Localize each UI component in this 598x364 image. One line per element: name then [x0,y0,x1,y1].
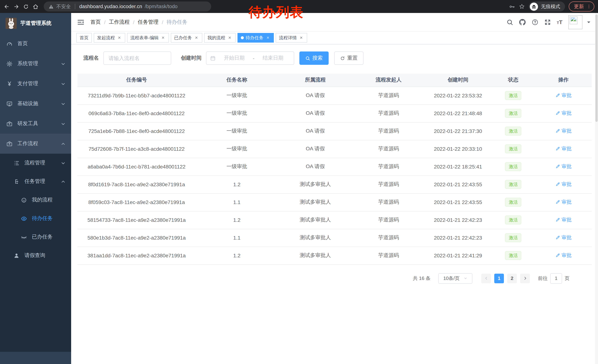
tab-close-icon[interactable]: × [227,35,232,40]
fullscreen-icon[interactable] [544,19,551,25]
sidebar-item-leave-query[interactable]: 请假查询 [0,246,71,265]
process-name-input[interactable] [103,51,171,65]
text-size-icon[interactable]: TT [557,19,562,25]
url-path: /bpm/task/todo [145,4,177,9]
approve-link-label: 审批 [562,110,572,117]
page-button-2[interactable]: 2 [507,274,517,283]
breadcrumb-workflow: 工作流程 [109,19,130,25]
password-key-icon[interactable] [509,4,515,9]
tab-home[interactable]: 首页 [76,33,92,43]
table-row: 58154733-7ac8-11ec-a9e2-a2380e71991a1.2测… [77,211,592,229]
tab-done-task[interactable]: 已办任务× [171,33,202,43]
arrow-right-icon [523,276,527,281]
not-secure-warning-icon[interactable] [49,4,54,9]
sidebar-submenu-background [0,265,71,352]
tab-start-process[interactable]: 发起流程× [94,33,125,43]
cell-process: 测试多审批人 [278,176,353,193]
breadcrumb-home[interactable]: 首页 [91,19,101,25]
tab-close-icon[interactable]: × [299,35,304,40]
approve-link-label: 审批 [562,128,572,134]
app-title: 芋道管理系统 [20,20,51,27]
sidebar-logo[interactable]: 芋道管理系统 [0,13,71,34]
briefcase-icon [6,140,13,147]
cell-action: 审批 [535,158,592,176]
avatar[interactable] [568,15,582,29]
cell-status: 激活 [491,87,535,105]
approve-link[interactable]: 审批 [555,146,572,152]
table-row: 069c6a63-7b8a-11ec-8ef0-acde48001122一级审批… [77,105,592,122]
tab-close-icon[interactable]: × [160,35,166,40]
chevron-down-icon [60,81,66,87]
url-host: dashboard.yudao.iocoder.cn [79,4,142,9]
scrollbar-thumb[interactable] [595,15,598,122]
approve-link[interactable]: 审批 [555,199,572,205]
approve-link[interactable]: 审批 [555,128,572,134]
tab-close-icon[interactable]: × [117,35,122,40]
page-size-select[interactable]: 10条/页 [438,273,472,283]
sidebar-item-label: 待办任务 [32,215,53,222]
approve-link-label: 审批 [562,92,572,99]
approve-link[interactable]: 审批 [555,235,572,241]
kebab-menu-icon[interactable] [587,4,591,9]
sidebar-item-infrastructure[interactable]: 基础设施 [0,94,71,114]
edit-pen-icon [555,93,560,98]
forward-icon[interactable] [13,4,19,9]
approve-link[interactable]: 审批 [555,110,572,117]
sidebar-item-system[interactable]: 系统管理 [0,54,71,74]
back-icon[interactable] [4,4,10,9]
approve-link-label: 审批 [562,235,572,241]
address-bar[interactable]: 不安全 dashboard.yudao.iocoder.cn/bpm/task/… [44,1,211,11]
tab-my-process[interactable]: 我的流程× [204,33,236,43]
cell-id: 73211d9d-7b9b-11ec-b5b7-acde48001122 [77,87,196,105]
sidebar-item-my-process[interactable]: 我的流程 [0,191,71,209]
chevron-down-icon [60,61,66,67]
sidebar-item-done-task[interactable]: 已办任务 [0,228,71,246]
sidebar-item-dev-tools[interactable]: 研发工具 [0,114,71,134]
column-header: 任务编号 [77,74,196,87]
browser-update-button[interactable]: 更新 [569,1,594,11]
sidebar-item-payment[interactable]: 支付管理 [0,74,71,94]
reload-icon[interactable] [23,4,29,9]
bookmark-star-icon[interactable] [519,3,525,10]
search-icon[interactable] [506,19,513,25]
tab-todo-task[interactable]: 待办任务× [238,33,274,43]
help-icon[interactable] [532,19,538,25]
tab-process-detail[interactable]: 流程详情× [276,33,307,43]
sidebar-collapse-icon[interactable] [77,18,84,26]
approve-link[interactable]: 审批 [555,252,572,259]
page-button-1[interactable]: 1 [494,274,504,283]
tab-close-icon[interactable]: × [265,35,270,40]
goto-page-input[interactable] [550,273,562,283]
cell-created: 2022-01-22 23:53:32 [425,87,491,105]
prev-page-button[interactable] [481,274,491,283]
home-icon[interactable] [33,4,39,9]
cell-created: 2022-01-22 20:33:10 [425,140,491,158]
tab-form-edit[interactable]: 流程表单-编辑× [127,33,169,43]
sidebar-item-home[interactable]: 首页 [0,34,71,54]
approve-link[interactable]: 审批 [555,181,572,188]
app-logo-rabbit [6,18,17,29]
cell-starter: 芋道源码 [353,176,425,193]
user-icon [13,252,20,259]
tab-close-icon[interactable]: × [194,35,199,40]
sidebar: 芋道管理系统 首页系统管理支付管理基础设施研发工具工作流程流程管理任务管理我的流… [0,13,71,364]
status-badge: 激活 [505,109,522,118]
sidebar-item-todo-task[interactable]: 待办任务 [0,209,71,228]
sidebar-item-task-mgmt[interactable]: 任务管理 [0,172,71,191]
sidebar-item-workflow[interactable]: 工作流程 [0,134,71,154]
next-page-button[interactable] [520,274,530,283]
face-icon [21,197,27,203]
search-button[interactable]: 搜索 [299,51,329,65]
approve-link[interactable]: 审批 [555,92,572,99]
date-range-picker[interactable]: 开始日期 - 结束日期 [206,51,294,65]
reset-button[interactable]: 重置 [334,51,364,65]
column-header: 状态 [491,74,535,87]
edit-pen-icon [555,218,560,222]
refresh-icon [340,56,345,61]
sidebar-item-process-mgmt[interactable]: 流程管理 [0,154,71,172]
end-date-placeholder: 结束日期 [256,55,290,61]
approve-link[interactable]: 审批 [555,217,572,223]
github-icon[interactable] [519,19,526,25]
avatar-caret-down-icon[interactable] [585,19,592,25]
approve-link[interactable]: 审批 [555,163,572,170]
